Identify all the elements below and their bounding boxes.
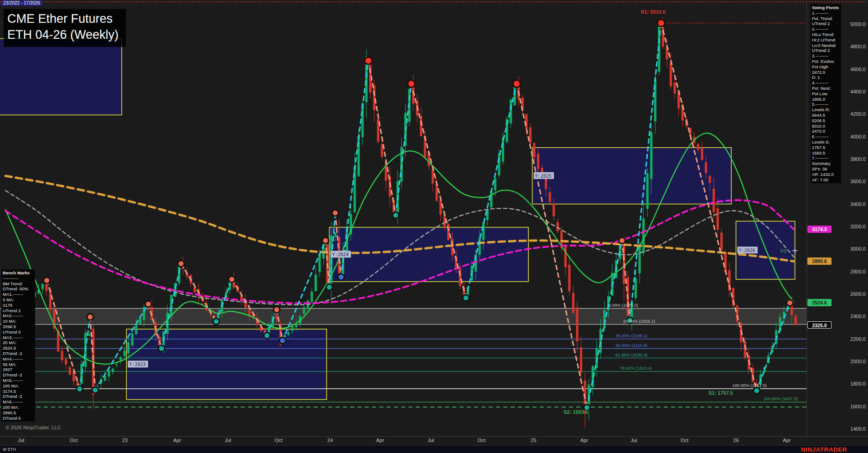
support-resistance-label: R1: 5010.0: [641, 9, 666, 15]
price-tick-label: 3600.0: [850, 179, 866, 184]
price-tick-label: 4600.0: [850, 67, 866, 72]
price-tick-label: 2000.0: [850, 359, 866, 364]
candle-body: [119, 357, 122, 360]
candle-body: [646, 173, 649, 209]
candle-body: [439, 200, 442, 215]
pivot-low-dot: [213, 318, 219, 324]
time-axis-label: Oct: [681, 438, 688, 443]
swing-leg-line: [396, 84, 411, 216]
candle-body: [537, 154, 539, 170]
time-axis-label: Jul: [225, 438, 231, 443]
bench-marks-line: 2524.5: [3, 345, 34, 351]
pivot-low-dot: [92, 387, 98, 393]
price-chart-canvas[interactable]: 0.00% (2472.0)20.00% (2329.1)38.20% (219…: [0, 0, 868, 453]
price-marker-tag: 2325.0: [807, 321, 832, 329]
bench-marks-line: -----------: [3, 276, 34, 281]
pivot-low-dot: [338, 274, 344, 280]
candle-body: [545, 177, 547, 189]
time-axis-label: 25: [531, 438, 536, 443]
candle-body: [670, 62, 672, 86]
instrument-tab[interactable]: W ETH: [3, 447, 16, 452]
candle-body: [510, 100, 512, 124]
pivot-high-dot: [145, 301, 151, 307]
candle-body: [580, 347, 582, 373]
time-axis-label: Jul: [428, 438, 434, 443]
price-tick-label: 4000.0: [850, 134, 866, 139]
bench-marks-line: MA6.-------: [3, 399, 34, 405]
candle-body: [318, 254, 320, 272]
candle-body: [525, 114, 527, 129]
pivot-high-dot: [178, 260, 184, 267]
bench-marks-line: MA3.-------: [3, 335, 34, 340]
ninjatrader-logo: NINJATRADER: [801, 446, 847, 453]
fib-level-label: 78.60% (1910.4): [620, 365, 652, 371]
swing-leg-line: [661, 23, 757, 391]
candle-body: [650, 132, 652, 179]
candle-body: [287, 332, 289, 335]
chart-title: CME Ether Futures ETH 04-26 (Weekly): [4, 9, 126, 47]
bench-marks-line: MA5.-------: [3, 378, 34, 383]
time-axis-label: Oct: [70, 438, 78, 443]
chart-window: 0.00% (2472.0)20.00% (2329.1)38.20% (219…: [0, 0, 868, 453]
fib-level-label: 38.20% (2199.1): [615, 333, 647, 338]
price-axis[interactable]: 5000.04800.04600.04400.04200.04000.03800…: [806, 0, 868, 436]
pivot-high-dot: [274, 307, 280, 313]
price-tick-label: 4800.0: [850, 44, 866, 49]
fib-level-label: 61.80% (2030.4): [615, 352, 647, 357]
candle-body: [127, 342, 129, 354]
pivot-low-dot: [264, 332, 270, 339]
bench-marks-line: BM Trend:: [3, 281, 34, 287]
price-tick-label: 3800.0: [850, 156, 866, 162]
bench-marks-line: MA2.-------: [3, 313, 34, 319]
candle-body: [123, 350, 125, 356]
price-tick-label: 5000.0: [850, 21, 866, 27]
candle-body: [705, 162, 707, 173]
candle-body: [673, 82, 676, 93]
candle-body: [147, 309, 149, 309]
copyright-label: © 2026 NinjaTrader, LLC: [5, 425, 61, 430]
bench-marks-line: 10 MA:: [3, 319, 34, 324]
swing-leg-line: [368, 61, 396, 215]
swing-leg-line: [47, 280, 80, 389]
pivot-high-dot: [787, 300, 793, 306]
time-axis[interactable]: JulOct23AprJulOct24AprJulOct25AprJulOct2…: [0, 436, 806, 445]
year-range-box: [0, 39, 122, 115]
year-label: Y:2023: [129, 362, 145, 367]
time-axis-label: Jul: [630, 438, 637, 443]
bench-marks-panel: Bench Marks-----------BM Trend:DTrend -5…: [1, 269, 35, 422]
year-label: Y:2026: [739, 248, 755, 253]
candle-body: [194, 287, 196, 293]
bench-marks-line: 2927: [3, 367, 34, 372]
pivot-low-dot: [77, 386, 83, 392]
candle-body: [724, 252, 727, 272]
bench-marks-line: 2178: [3, 303, 34, 308]
candle-body: [795, 316, 797, 325]
bench-marks-line: 200 MA:: [3, 405, 34, 410]
plot-area[interactable]: 0.00% (2472.0)20.00% (2329.1)38.20% (219…: [0, 9, 806, 427]
candle-body: [533, 143, 535, 158]
pivot-low-dot: [754, 387, 760, 394]
candle-body: [170, 295, 172, 315]
candle-body: [638, 247, 641, 273]
pivot-high-dot: [619, 237, 625, 244]
time-axis-label: Oct: [275, 438, 283, 443]
chart-title-line1: CME Ether Futures: [7, 11, 119, 27]
candle-body: [478, 238, 480, 255]
candle-body: [482, 222, 485, 240]
candle-body: [61, 351, 63, 360]
candle-body: [720, 233, 723, 250]
candle-body: [303, 307, 305, 314]
bench-marks-line: MA4.-------: [3, 356, 34, 362]
time-axis-label: 24: [327, 438, 333, 443]
candle-body: [432, 169, 434, 184]
candle-body: [131, 334, 134, 346]
bench-marks-line: 100 MA:: [3, 383, 34, 389]
candle-body: [291, 326, 294, 331]
price-tick-label: 3200.0: [850, 224, 866, 229]
bench-marks-line: DTrend -50%: [3, 286, 34, 292]
fib-level-label: 100.00% (1757.5): [732, 383, 767, 388]
price-tick-label: 3400.0: [850, 201, 866, 207]
bench-marks-line: 5 MA:: [3, 297, 34, 303]
price-tick-label: 1800.0: [850, 381, 866, 386]
price-tick-label: 4200.0: [850, 111, 866, 117]
